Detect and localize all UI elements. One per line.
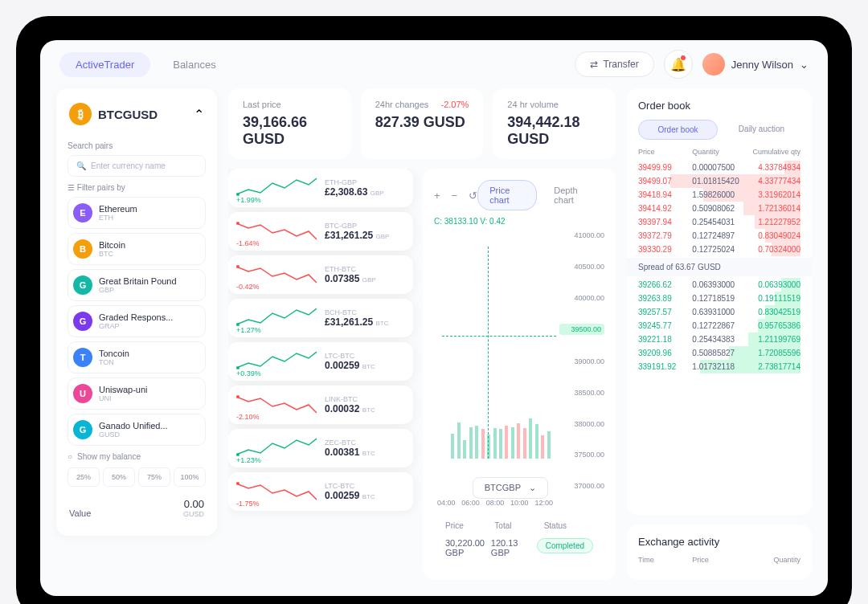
bitcoin-icon: ₿ <box>69 103 92 125</box>
ask-row[interactable]: 39397.940.254540311.21227952 <box>638 215 800 229</box>
volume-bar <box>463 440 466 459</box>
ask-row[interactable]: 39499.990.000075004.33784934 <box>638 161 800 174</box>
coin-item-btc[interactable]: B BitcoinBTC <box>68 233 206 265</box>
tab-depth-chart[interactable]: Depth chart <box>542 180 604 210</box>
bid-row[interactable]: 39263.890.127185190.19111519 <box>638 292 800 305</box>
sparkline: -1.75% <box>236 479 317 504</box>
spark-panel: +1.99% ETH-GBP£2,308.63 GBP -1.64% BTC-G… <box>228 169 413 580</box>
trade-row: 30,220.00 GBP 120.13 GBP Completed <box>445 535 593 561</box>
coin-item-uni[interactable]: U Uniswap-uniUNI <box>68 378 206 410</box>
ob-th-qty: Quantity <box>692 148 746 156</box>
chevron-up-icon: ⌃ <box>194 107 204 122</box>
volume-bar <box>547 431 551 459</box>
notification-dot <box>681 55 686 60</box>
coin-icon: E <box>73 203 92 222</box>
pct-button[interactable]: 100% <box>174 467 206 487</box>
zoom-out-button[interactable]: − <box>452 190 458 202</box>
ex-th-time: Time <box>638 556 692 564</box>
sparkline: +1.99% <box>236 175 317 201</box>
user-menu[interactable]: Jenny Wilson ⌄ <box>702 53 809 76</box>
spark-card[interactable]: -1.75% LTC-BTC0.00259 BTC <box>228 472 413 511</box>
ask-row[interactable]: 39414.920.509080621.72136014 <box>638 202 800 215</box>
main-tabs: ActiveTrader Balances <box>59 52 232 77</box>
bid-row[interactable]: 39257.570.639310000.83042519 <box>638 305 800 319</box>
spark-card[interactable]: +1.23% ZEC-BTC0.00381 BTC <box>228 429 413 467</box>
sparkline: +1.23% <box>236 435 317 461</box>
volume-bar <box>475 426 478 459</box>
volume-bar <box>469 427 473 459</box>
spark-card[interactable]: +0.39% LTC-BTC0.00259 BTC <box>228 342 413 381</box>
percent-row: 25%50%75%100% <box>68 467 206 487</box>
exchange-panel: Exchange activity Time Price Quantity <box>627 524 812 580</box>
pct-button[interactable]: 25% <box>68 467 100 487</box>
bid-row[interactable]: 339191.921.017321182.73817714 <box>638 360 800 373</box>
orderbook-panel: Order book Order book Daily auction Pric… <box>627 88 812 515</box>
crosshair-v <box>488 247 489 459</box>
bid-row[interactable]: 39221.180.254343831.21199769 <box>638 333 800 346</box>
tab-activetrader[interactable]: ActiveTrader <box>59 52 150 77</box>
volume-bar <box>499 429 502 459</box>
chart-controls: + − ↺ <box>434 190 477 202</box>
value-row: Value 0.00 GUSD <box>68 492 206 524</box>
ex-th-price: Price <box>692 556 746 564</box>
bid-row[interactable]: 39266.620.063930000.06393000 <box>638 278 800 292</box>
value-amount: 0.00 <box>183 498 204 510</box>
coin-icon: U <box>73 384 92 403</box>
coin-item-gusd[interactable]: G Ganado Unified...GUSD <box>68 414 206 446</box>
tab-price-chart[interactable]: Price chart <box>477 180 537 210</box>
spark-card[interactable]: +1.27% BCH-BTC£31,261.25 BTC <box>228 299 413 337</box>
volume-bar <box>541 435 544 459</box>
spark-card[interactable]: -1.64% BTC-GBP£31,261.25 GBP <box>228 212 413 251</box>
stat-last-price: Last price 39,166.66 GUSD <box>228 88 351 159</box>
spark-card[interactable]: -0.42% ETH-BTC0.07385 GBP <box>228 255 413 294</box>
stat-volume: 24 hr volume 394,442.18 GUSD <box>493 88 616 159</box>
volume-bar <box>517 423 520 459</box>
user-name: Jenny Wilson <box>731 59 793 71</box>
ohlc-readout: C: 38133.10 V: 0.42 <box>434 217 604 226</box>
status-badge: Completed <box>537 538 593 553</box>
exchange-title: Exchange activity <box>638 536 800 548</box>
zoom-in-button[interactable]: + <box>434 190 440 202</box>
reset-button[interactable]: ↺ <box>469 190 477 202</box>
spark-card[interactable]: -2.10% LINK-BTC0.00032 BTC <box>228 386 413 424</box>
tab-balances[interactable]: Balances <box>157 52 231 77</box>
coin-icon: G <box>73 312 92 331</box>
filter-label: ☰ Filter pairs by <box>68 183 206 192</box>
pct-button[interactable]: 50% <box>103 467 135 487</box>
pair-title: BTCGUSD <box>98 108 158 121</box>
spark-card[interactable]: +1.99% ETH-GBP£2,308.63 GBP <box>228 169 413 207</box>
coin-list: E EthereumETH B BitcoinBTC G Great Brita… <box>68 197 206 446</box>
notifications-button[interactable]: 🔔 <box>664 50 693 79</box>
coin-item-gbp[interactable]: G Great Britain PoundGBP <box>68 269 206 301</box>
filter-icon: ☰ <box>68 183 77 192</box>
pair-selector[interactable]: ₿ BTCGUSD ⌃ <box>68 100 206 135</box>
tab-order-book[interactable]: Order book <box>638 120 718 140</box>
volume-bar <box>535 424 538 459</box>
coin-item-grap[interactable]: G Graded Respons...GRAP <box>68 305 206 337</box>
bid-row[interactable]: 39209.960.508858271.72085596 <box>638 346 800 360</box>
bid-row[interactable]: 39245.770.127228670.95765386 <box>638 319 800 333</box>
volume-bar <box>481 429 485 459</box>
ask-row[interactable]: 39330.290.127250240.70324000 <box>638 243 800 256</box>
search-icon: 🔍 <box>76 161 86 170</box>
show-balance-toggle[interactable]: ○ Show my balance <box>68 452 206 461</box>
orderbook-title: Order book <box>638 100 800 112</box>
pair-dropdown[interactable]: BTCGBP⌄ <box>473 477 548 499</box>
coin-item-eth[interactable]: E EthereumETH <box>68 197 206 229</box>
chart-area: + − ↺ Price chart Depth chart C: 38133.1… <box>423 169 616 580</box>
transfer-button[interactable]: ⇄ Transfer <box>575 51 653 77</box>
price-chart[interactable]: 41000.0040500.0040000.0039500.0039000.00… <box>434 231 604 507</box>
sidebar: ₿ BTCGUSD ⌃ Search pairs 🔍 Enter currenc… <box>56 88 217 536</box>
transfer-icon: ⇄ <box>590 59 598 70</box>
ask-row[interactable]: 39372.790.127248970.83049024 <box>638 229 800 243</box>
search-input[interactable]: 🔍 Enter currency name <box>68 155 206 177</box>
pct-button[interactable]: 75% <box>138 467 170 487</box>
tab-daily-auction[interactable]: Daily auction <box>723 120 800 140</box>
ask-row[interactable]: 39418.941.598260003.31962014 <box>638 188 800 202</box>
trade-table: Price Total Status 30,220.00 GBP 120.13 … <box>434 513 604 569</box>
ask-row[interactable]: 39499.0701.018154204.33777434 <box>638 174 800 188</box>
coin-item-ton[interactable]: T ToncoinTON <box>68 341 206 373</box>
volume-bar <box>529 418 532 459</box>
ob-th-price: Price <box>638 148 692 156</box>
th-status: Status <box>544 521 593 530</box>
